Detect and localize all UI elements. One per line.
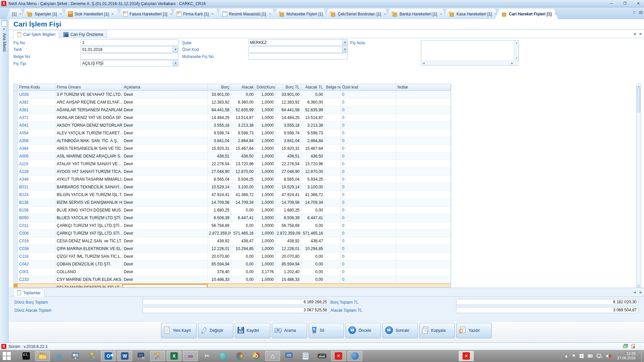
tab-firma-kart-1-[interactable]: Firma Kartı [1]✕ <box>171 9 220 19</box>
cell-a-klama[interactable]: Devir <box>122 230 208 237</box>
cell-d-vizkuru[interactable]: 1,0000 <box>255 153 275 160</box>
column-header-bor-[interactable]: Borç <box>208 84 231 90</box>
cell-belge-no[interactable] <box>325 145 341 153</box>
column-header--zel-kod[interactable]: Özel kod <box>341 84 396 90</box>
cell-belge-no[interactable] <box>325 276 341 284</box>
table-row[interactable]: C011ÇARKÇI TURİZM YAT İŞL.LTD.ŞTİ...Devi… <box>14 222 451 230</box>
cell-bor-tl[interactable]: 1.202,40 <box>275 268 301 276</box>
cell-notlar[interactable] <box>396 129 451 137</box>
cell-a-klama[interactable]: Devir <box>122 268 208 276</box>
cell-bor-[interactable]: 12.383,92 <box>208 99 231 106</box>
scroll-up-icon[interactable]: ▲ <box>637 84 641 88</box>
cell-bor-[interactable]: 20.070,80 <box>208 253 231 260</box>
cell-bor-tl[interactable]: 12.383,92 <box>275 99 301 106</box>
column-header-alacak[interactable]: Alacak <box>231 84 255 90</box>
cell-firma-kodu[interactable]: A054 <box>18 129 55 137</box>
cell-bor-tl[interactable]: 1.680,25 <box>275 206 301 214</box>
taskbar-item-word[interactable]: W <box>117 351 132 361</box>
cell-alacak-tl[interactable]: 0,00 <box>301 206 325 214</box>
cell-d-vizkuru[interactable] <box>255 284 275 288</box>
taskbar-item-visual-studio[interactable]: ∞ <box>183 351 198 361</box>
fis-notu-hscrollbar[interactable]: ◀ ▶ <box>421 61 519 65</box>
cell-firma-nvan-[interactable]: ARC AHŞAP REÇİNE CAM ELYAF... <box>55 99 122 106</box>
tab-close-icon[interactable]: ✕ <box>494 12 497 16</box>
table-row[interactable]: A364ARES TERSANECİLİK SAN VE TİC...Devir… <box>14 145 451 153</box>
cell-alacak-tl[interactable]: 5.934,25 <box>301 176 325 183</box>
cell-d-vizkuru[interactable]: 1,0000 <box>255 199 275 206</box>
kopyala-button[interactable]: Kopyala <box>419 323 455 338</box>
önceki-button[interactable]: Önceki <box>345 323 381 338</box>
cell-bor-[interactable]: 3.841,04 <box>208 137 231 145</box>
cell-belge-no[interactable] <box>325 199 341 206</box>
cell-notlar[interactable] <box>396 122 451 129</box>
battery-icon[interactable] <box>588 354 593 358</box>
cell-alacak-tl[interactable]: 12.870,00 <box>301 168 325 176</box>
cell-alacak[interactable]: 14.709,34 <box>231 199 255 206</box>
tab--ek-senet-bordrolar-1-[interactable]: Çek/Senet Bordroları [1]✕ <box>324 9 390 19</box>
cell-notlar[interactable] <box>396 91 451 99</box>
cell-d-vizkuru[interactable]: 1,0000 <box>255 214 275 222</box>
cell-a-klama[interactable]: Devir <box>122 160 208 168</box>
cell-alacak[interactable]: 41.366,72 <box>231 191 255 199</box>
cell-firma-kodu[interactable]: C042 <box>18 260 55 268</box>
cell-a-klama[interactable]: Devir <box>122 99 208 106</box>
cell-notlar[interactable] <box>396 176 451 183</box>
cell-a-klama[interactable]: Devir <box>122 191 208 199</box>
cell-bor-tl[interactable]: 3.841,04 <box>275 137 301 145</box>
cell-a-klama[interactable]: Devir <box>122 183 208 191</box>
cell-belge-no[interactable] <box>325 160 341 168</box>
cell-alacak-tl[interactable]: 0,00 <box>301 253 325 260</box>
fis-no-input[interactable] <box>80 39 178 46</box>
cell-firma-nvan-[interactable]: AĞANLAR TERSANESİ PAZARLAM... <box>55 106 122 114</box>
taskbar-item-file-explorer[interactable] <box>35 351 50 361</box>
cell-a-klama[interactable]: Devir <box>122 114 208 122</box>
cell-alacak-tl[interactable]: 41.366,72 <box>301 191 325 199</box>
cell-firma-kodu[interactable]: A041 <box>18 122 55 129</box>
column-header-notlar[interactable]: Notlar <box>396 84 451 90</box>
cell-bor-[interactable]: 14.709,56 <box>208 199 231 206</box>
tab-close-icon[interactable]: ✕ <box>170 12 173 16</box>
cell--zel-kod[interactable]: 0 <box>341 268 396 276</box>
tab-resimli-masa-st-1-[interactable]: Resimli Masaüstü [1]✕ <box>216 9 277 19</box>
cell-bor-[interactable]: 56.758,69 <box>208 222 231 230</box>
cell--zel-kod[interactable]: 0 <box>341 199 396 206</box>
cell-bor-tl[interactable]: 6.506,39 <box>275 214 301 222</box>
cell-belge-no[interactable] <box>325 106 341 114</box>
cell-bor-[interactable]: 9.598,74 <box>208 129 231 137</box>
cell--zel-kod[interactable]: 0 <box>341 106 396 114</box>
cell-notlar[interactable] <box>396 253 451 260</box>
cell-firma-nvan-[interactable]: 3 P TURİZM VE SEYAHAT TİC.LTD... <box>55 91 122 99</box>
cell-d-vizkuru[interactable]: 1,0000 <box>255 276 275 284</box>
cell-a-klama[interactable]: Devir <box>122 91 208 99</box>
cell-bor-tl[interactable]: 20.070,80 <box>275 253 301 260</box>
cell-d-vizkuru[interactable]: 1,0000 <box>255 260 275 268</box>
cell-firma-kodu[interactable]: C016 <box>18 237 55 245</box>
table-row[interactable]: A115ATALAY YAT TURİZM SANAYİ VE...Devir2… <box>14 160 451 168</box>
taskbar-item-remote-desktop[interactable] <box>134 351 149 361</box>
cell-d-vizkuru[interactable]: 1,0000 <box>255 206 275 214</box>
taskbar-item-snipping-tool[interactable]: ✂ <box>200 351 214 361</box>
cell-bor-[interactable]: 47.924,41 <box>208 191 231 199</box>
cell-alacak[interactable]: 6.360,00 <box>231 99 255 106</box>
cell-firma-kodu[interactable]: C118 <box>18 253 55 260</box>
cell-bor-tl[interactable]: 436,51 <box>275 153 301 160</box>
table-row[interactable]: C118ÇİZGİ YAT İML.TURİZM SAN.TİC.L...Dev… <box>14 253 451 260</box>
cell--zel-kod[interactable]: 0 <box>341 214 396 222</box>
sube-dropdown-icon[interactable]: ▼ <box>342 39 348 46</box>
cell-bor-[interactable]: 14.484,25 <box>208 114 231 122</box>
table-row[interactable]: B050BLUES YATCILIK TURİZM LTD.ŞTİ.Devir6… <box>14 214 451 222</box>
cell-d-vizkuru[interactable]: 1,0000 <box>255 145 275 153</box>
cell-alacak-tl[interactable]: 0,00 <box>301 91 325 99</box>
cell-notlar[interactable] <box>396 106 451 114</box>
cell--zel-kod[interactable]: 0 <box>341 160 396 168</box>
taskbar-item-netx-red[interactable]: ✕ <box>331 351 346 361</box>
taskbar-item-netx-red-active[interactable]: ✕ <box>459 351 474 361</box>
taskbar-item-outlook[interactable]: O <box>101 351 116 361</box>
grid-vscrollbar[interactable]: ▲ ▼ <box>636 84 641 288</box>
cell-alacak-tl[interactable]: 13.514,87 <box>301 114 325 122</box>
tab-fatura-hareketleri-1-[interactable]: Fatura Hareketleri [1]✕ <box>117 9 175 19</box>
tab-close-icon[interactable]: ✕ <box>269 12 271 16</box>
cell-bor-tl[interactable]: 27.048,90 <box>275 168 301 176</box>
cell-d-vizkuru[interactable]: 1,0000 <box>255 237 275 245</box>
cell-firma-kodu[interactable]: A371 <box>18 114 55 122</box>
